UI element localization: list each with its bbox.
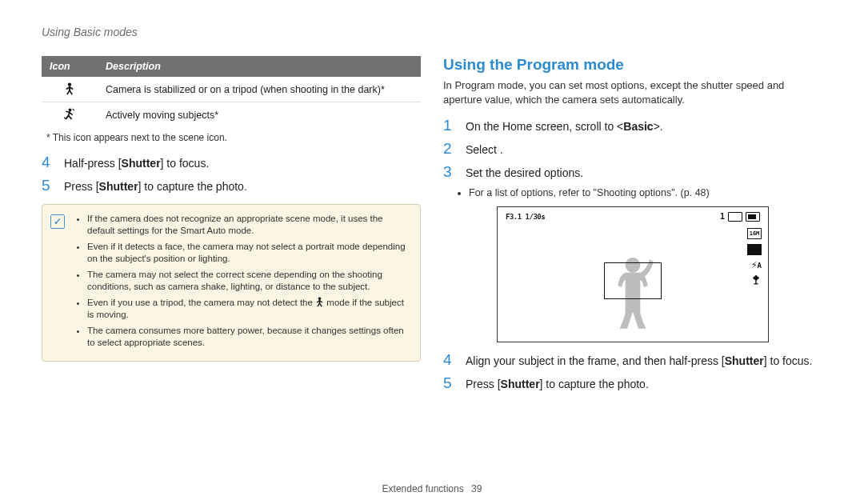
- icon-description-table: Icon Description Camera is stabilized or…: [42, 56, 421, 127]
- battery-icon: [746, 212, 760, 222]
- step-number: 4: [443, 352, 456, 369]
- note-item: The camera may not select the correct sc…: [87, 269, 409, 294]
- icon-description: Actively moving subjects*: [98, 102, 421, 128]
- right-steps: 1 On the Home screen, scroll to <Basic>.…: [443, 118, 822, 181]
- preview-top-right: 1: [720, 212, 760, 222]
- note-item: Even if you use a tripod, the camera may…: [87, 297, 409, 322]
- note-item: If the camera does not recognize an appr…: [87, 213, 409, 238]
- step-number: 5: [443, 375, 456, 392]
- step-text: Select .: [466, 141, 822, 158]
- tripod-icon: [64, 82, 75, 95]
- step-text: Press [Shutter] to capture the photo.: [466, 375, 822, 392]
- left-steps: 4 Half-press [Shutter] to focus. 5 Press…: [42, 154, 421, 194]
- step-text: Press [Shutter] to capture the photo.: [64, 178, 421, 194]
- step3-subnote: For a list of options, refer to "Shootin…: [443, 187, 822, 198]
- note-item: The camera consumes more battery power, …: [87, 325, 409, 350]
- page-header: Using Basic modes: [42, 26, 822, 38]
- step-number: 3: [443, 164, 456, 181]
- right-column: Using the Program mode In Program mode, …: [443, 56, 822, 398]
- focus-rectangle: [604, 262, 662, 299]
- image-size-badge: 16M: [747, 228, 762, 239]
- tripod-icon: [315, 297, 324, 307]
- quality-icon: [747, 244, 762, 255]
- col-header-description: Description: [98, 56, 421, 77]
- step-text: Align your subject in the frame, and the…: [466, 352, 822, 369]
- moving-subject-icon: [64, 108, 75, 121]
- step-number: 4: [42, 154, 54, 171]
- page-footer: Extended functions 39: [0, 483, 864, 494]
- step-text: On the Home screen, scroll to <Basic>.: [466, 118, 822, 134]
- step3-subnote-text: For a list of options, refer to "Shootin…: [469, 187, 822, 198]
- note-icon: ✓: [50, 214, 65, 229]
- exposure-readout: F3.1 1/30s: [506, 214, 545, 221]
- icon-description: Camera is stabilized or on a tripod (whe…: [98, 77, 421, 102]
- table-footnote: * This icon appears next to the scene ic…: [46, 132, 421, 143]
- table-row: Actively moving subjects*: [42, 102, 421, 128]
- flash-auto-icon: ⚡A: [751, 260, 762, 270]
- table-row: Camera is stabilized or on a tripod (whe…: [42, 77, 421, 102]
- preview-right-icons: 16M ⚡A: [747, 228, 762, 286]
- col-header-icon: Icon: [42, 56, 98, 77]
- step-number: 5: [42, 178, 54, 194]
- note-item: Even if it detects a face, the camera ma…: [87, 241, 409, 266]
- camera-preview-illustration: F3.1 1/30s 1 16M ⚡A: [497, 206, 769, 342]
- macro-icon: [750, 274, 762, 286]
- step-number: 1: [443, 118, 456, 134]
- page-number: 39: [471, 483, 482, 494]
- section-intro: In Program mode, you can set most option…: [443, 78, 822, 106]
- storage-icon: [728, 212, 742, 222]
- step-text: Half-press [Shutter] to focus.: [64, 154, 421, 171]
- step-number: 2: [443, 141, 456, 158]
- footer-section: Extended functions: [382, 483, 464, 494]
- step-text: Set the desired options.: [466, 164, 822, 181]
- note-list: If the camera does not recognize an appr…: [74, 213, 409, 353]
- section-heading: Using the Program mode: [443, 56, 822, 74]
- shot-count: 1: [720, 213, 725, 221]
- right-steps-cont: 4 Align your subject in the frame, and t…: [443, 352, 822, 392]
- left-column: Icon Description Camera is stabilized or…: [42, 56, 421, 398]
- note-box: ✓ If the camera does not recognize an ap…: [42, 204, 421, 362]
